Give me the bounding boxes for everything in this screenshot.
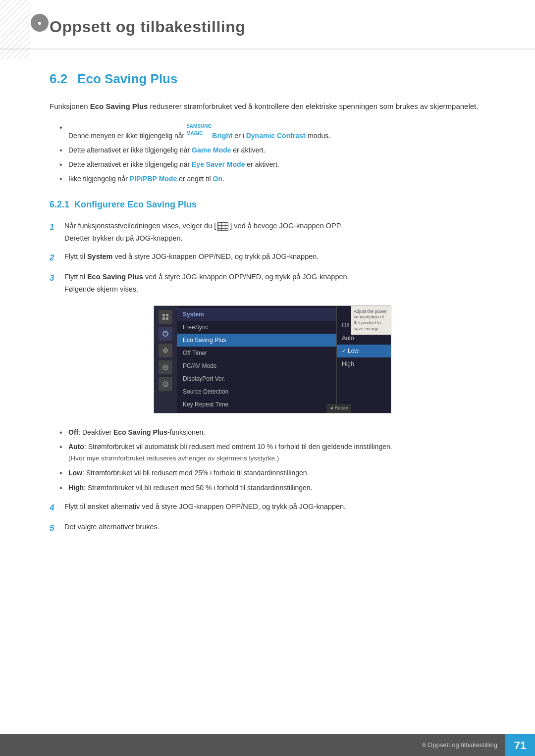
- menu-item-ecosaving: Eco Saving Plus: [177, 334, 336, 347]
- step-1-sub: Deretter trykker du på JOG-knappen.: [64, 233, 495, 244]
- step-1: 1 Når funksjonstastveiledningen vises, v…: [50, 220, 495, 244]
- svg-rect-2: [162, 317, 165, 320]
- step-num-4: 4: [50, 501, 64, 514]
- svg-point-11: [165, 385, 166, 386]
- subsection-title: 6.2.1 Konfigurere Eco Saving Plus: [50, 198, 495, 211]
- option-low: Low: Strømforbruket vil bli redusert med…: [59, 468, 495, 479]
- bright-label: Bright: [212, 132, 232, 140]
- page-header: Oppsett og tilbakestilling: [0, 0, 535, 50]
- bullet-2: Dette alternativet er ikke tilgjengelig …: [59, 145, 495, 155]
- bullet-4: Ikke tilgjengelig når PIP/PBP Mode er an…: [59, 174, 495, 184]
- option-high: High: Strømforbruket vil bli redusert me…: [59, 483, 495, 494]
- monitor-icon-3: [159, 344, 172, 357]
- step-2-content: Flytt til System ved å styre JOG-knappen…: [64, 251, 495, 262]
- step-3-content: Flytt til Eco Saving Plus ved å styre JO…: [64, 271, 495, 295]
- decorative-stripe: [0, 0, 30, 59]
- options-list: Off: Deaktiver Eco Saving Plus-funksjone…: [59, 427, 495, 494]
- chapter-circle: ●: [31, 14, 49, 32]
- svg-rect-3: [166, 317, 168, 320]
- monitor-icon-2: [159, 327, 172, 341]
- menu-item-freesync: FreeSync: [177, 321, 336, 334]
- bullet-1: Denne menyen er ikke tilgjengelig når SA…: [59, 122, 495, 141]
- game-mode-label: Game Mode: [192, 146, 231, 154]
- footer-page-number: 71: [505, 734, 535, 756]
- intro-text-pre: Funksjonen: [50, 102, 90, 110]
- intro-bold: Eco Saving Plus: [90, 102, 148, 110]
- monitor-icon-5: [159, 377, 172, 391]
- section-number: 6.2: [50, 71, 67, 86]
- page-footer: 6 Oppsett og tilbakestilling 71: [0, 734, 535, 756]
- magic-label: SAMSUNGMAGIC: [186, 122, 212, 137]
- eye-saver-label: Eye Saver Mode: [192, 160, 245, 168]
- step-5-content: Det valgte alternativet brukes.: [64, 521, 495, 533]
- bullet-3: Dette alternativet er ikke tilgjengelig …: [59, 159, 495, 170]
- step-5: 5 Det valgte alternativet brukes.: [50, 521, 495, 535]
- menu-item-source: Source Detection: [177, 385, 336, 398]
- section-label: Eco Saving Plus: [77, 71, 177, 86]
- grid-icon: [217, 222, 228, 231]
- page-title: Oppsett og tilbakestilling: [50, 15, 505, 39]
- step-num-2: 2: [50, 251, 64, 264]
- step-num-3: 3: [50, 271, 64, 285]
- monitor-screenshot: System FreeSync Eco Saving Plus Off Time…: [154, 305, 391, 413]
- system-label: System: [87, 252, 113, 260]
- steps-list: 1 Når funksjonstastveiledningen vises, v…: [50, 220, 495, 296]
- step-4: 4 Flytt til ønsket alternativ ved å styr…: [50, 501, 495, 514]
- dynamic-contrast-label: Dynamic Contrast: [246, 132, 306, 140]
- step-3: 3 Flytt til Eco Saving Plus ved å styre …: [50, 271, 495, 295]
- svg-point-8: [164, 366, 166, 368]
- menu-item-offtimer: Off Timer: [177, 347, 336, 359]
- menu-item-displayport: DisplayPort Ver.: [177, 372, 336, 385]
- pip-pbp-label: PIP/PBP Mode: [130, 175, 177, 183]
- eco-saving-label: Eco Saving Plus: [87, 273, 143, 281]
- monitor-menu: System FreeSync Eco Saving Plus Off Time…: [177, 306, 336, 413]
- footer-text: 6 Oppsett og tilbakestilling: [422, 740, 505, 750]
- step-num-5: 5: [50, 521, 64, 535]
- intro-paragraph: Funksjonen Eco Saving Plus reduserer str…: [50, 101, 495, 112]
- menu-item-pcav: PC/AV Mode: [177, 359, 336, 372]
- step-4-content: Flytt til ønsket alternativ ved å styre …: [64, 501, 495, 512]
- option-auto-subnote: (Hvor mye strømforbruket reduseres avhen…: [68, 454, 495, 464]
- monitor-menu-header: System: [177, 308, 336, 321]
- main-content: 6.2Eco Saving Plus Funksjonen Eco Saving…: [0, 69, 535, 595]
- svg-rect-0: [162, 314, 165, 316]
- subsection-label: Konfigurere Eco Saving Plus: [74, 200, 197, 209]
- subsection-number: 6.2.1: [50, 200, 69, 209]
- submenu-low: Low: [337, 345, 391, 357]
- info-bullets: Denne menyen er ikke tilgjengelig når SA…: [59, 122, 495, 184]
- step-2: 2 Flytt til System ved å styre JOG-knapp…: [50, 251, 495, 264]
- menu-item-keyrepeat: Key Repeat Time: [177, 398, 336, 411]
- monitor-return: ◄ Return: [326, 404, 351, 413]
- steps-list-2: 4 Flytt til ønsket alternativ ved å styr…: [50, 501, 495, 535]
- on-label: On: [213, 175, 222, 183]
- monitor-sidebar: [154, 306, 177, 413]
- chapter-icon: ●: [38, 18, 42, 28]
- intro-text-post: reduserer strømforbruket ved å kontrolle…: [148, 102, 478, 110]
- step-1-content: Når funksjonstastveiledningen vises, vel…: [64, 220, 495, 244]
- svg-rect-1: [166, 314, 168, 316]
- monitor-icon-1: [159, 310, 172, 324]
- step-num-1: 1: [50, 220, 64, 234]
- submenu-high: High: [337, 357, 391, 370]
- step-3-sub: Følgende skjerm vises.: [64, 284, 495, 295]
- option-auto: Auto: Strømforbruket vil automatisk bli …: [59, 442, 495, 464]
- monitor-hint: Adjust the power consumption of the prod…: [351, 306, 391, 335]
- monitor-icon-4: [159, 360, 172, 374]
- option-off: Off: Deaktiver Eco Saving Plus-funksjone…: [59, 427, 495, 438]
- section-title: 6.2Eco Saving Plus: [50, 69, 495, 89]
